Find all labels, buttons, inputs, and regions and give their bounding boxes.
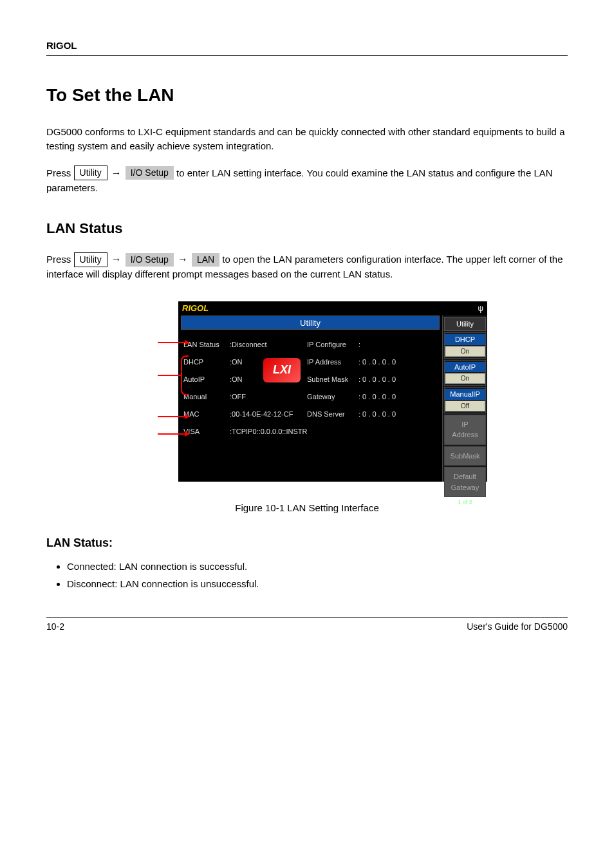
status-list: Connected: LAN connection is successful.… [46,560,568,591]
menu-manualip-val: Off [445,401,485,411]
lan-softkey: LAN [192,253,219,267]
menu-path: Utility → I/O Setup [74,165,174,181]
manual-label: Manual [183,392,230,402]
subnet-val: : 0 . 0 . 0 . 0 [358,374,396,385]
para-pre: Press [46,254,74,265]
gateway-val: : 0 . 0 . 0 . 0 [358,392,396,402]
menu-ipaddress[interactable]: IP Address [444,415,486,445]
status-disconnected: Disconnect: LAN connection is unsuccessf… [67,577,568,592]
dns-val: : 0 . 0 . 0 . 0 [358,409,396,420]
lxi-logo: LXI [263,358,301,382]
instruction-paragraph: Press Utility → I/O Setup to enter LAN s… [46,165,568,196]
intro-paragraph: DG5000 conforms to LXI-C equipment stand… [46,125,568,154]
menu-autoip-val: On [445,373,485,384]
menu-path-2: Utility → I/O Setup → LAN [74,252,220,267]
manual-val: :OFF [230,392,307,402]
page-footer: 10-2 User's Guide for DG5000 [46,617,568,634]
dhcp-label: DHCP [183,357,230,368]
visa-val: :TCPIP0::0.0.0.0::INSTR [230,426,307,437]
side-menu: Utility DHCP On AutoIP On ManualIP Off I… [442,316,487,482]
menu-gateway[interactable]: Default Gateway [444,467,486,497]
mac-label: MAC [183,409,230,420]
main-info-panel: LXI LAN Status :Disconnect IP Configure … [178,330,442,482]
instr-pre: Press [46,167,74,178]
page-indicator: 1 of 2 [444,497,486,509]
status-connected: Connected: LAN connection is successful. [67,560,568,574]
lan-status-label: LAN Status [183,339,230,350]
usb-icon: ψ [478,303,483,314]
menu-dhcp-title: DHCP [445,334,485,345]
menu-autoip-title: AutoIP [445,362,485,373]
doc-title: User's Guide for DG5000 [467,620,568,634]
arrow-icon-3: → [178,252,188,267]
brand-label: RIGOL [46,40,77,51]
iosetup-softkey: I/O Setup [126,166,174,180]
page-number: 10-2 [46,620,64,634]
menu-manualip[interactable]: ManualIP Off [444,387,486,413]
lan-status-paragraph: Press Utility → I/O Setup → LAN to open … [46,252,568,282]
screenshot-figure: RIGOL ψ Utility LXI LAN Status :Disconne… [127,301,487,482]
device-screenshot: RIGOL ψ Utility LXI LAN Status :Disconne… [178,301,487,482]
iosetup-softkey-2: I/O Setup [126,253,174,267]
arrow-icon-2: → [111,252,122,267]
figure-caption: Figure 10-1 LAN Setting Interface [46,501,568,516]
arrow-icon: → [111,165,122,181]
screen-header: RIGOL ψ [178,301,487,316]
ipconfig-label: IP Configure [307,339,358,350]
menu-dhcp-val: On [445,346,485,357]
section-title-lan-status: LAN Status [46,218,568,239]
ipaddr-val: : 0 . 0 . 0 . 0 [358,357,396,368]
device-brand: RIGOL [182,302,209,315]
autoip-label: AutoIP [183,374,230,385]
dns-label: DNS Server [307,409,358,420]
utility-title-bar: Utility [181,316,440,330]
lan-status-val: :Disconnect [230,339,307,350]
ipaddr-label: IP Address [307,357,358,368]
page-title: To Set the LAN [46,82,568,109]
menu-autoip[interactable]: AutoIP On [444,360,486,386]
mac-val: :00-14-0E-42-12-CF [230,409,307,420]
ipconfig-val: : [358,339,360,350]
visa-label: VISA [183,426,230,437]
subsection-lan-status: LAN Status: [46,534,568,552]
utility-button: Utility [74,165,107,180]
page-header: RIGOL [46,39,568,56]
utility-button-2: Utility [74,252,107,267]
menu-manualip-title: ManualIP [445,389,485,400]
side-menu-title: Utility [444,317,486,332]
gateway-label: Gateway [307,392,358,402]
subnet-label: Subnet Mask [307,374,358,385]
menu-dhcp[interactable]: DHCP On [444,332,486,359]
menu-submask[interactable]: SubMask [444,446,486,466]
